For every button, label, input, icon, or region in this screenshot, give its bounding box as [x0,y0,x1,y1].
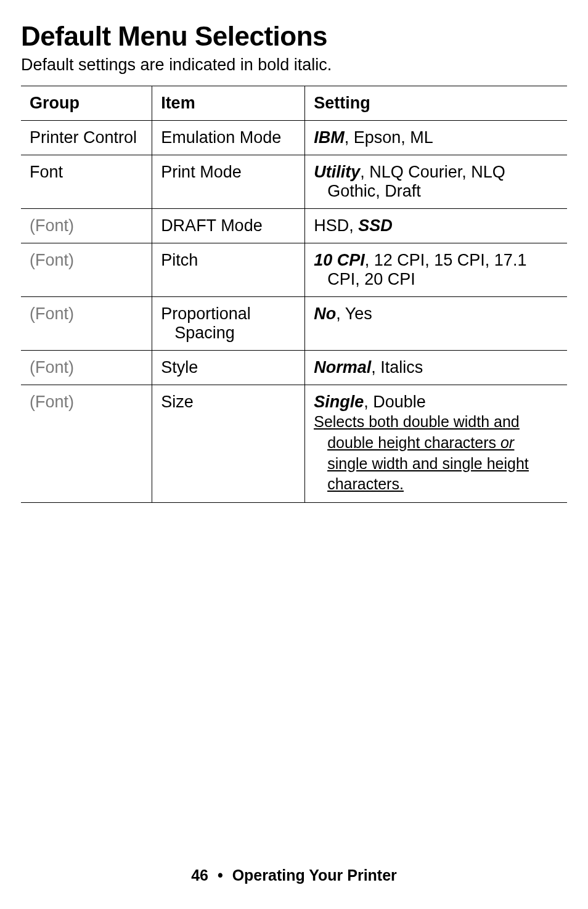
default-value: IBM [314,128,345,147]
cell-setting: Utility, NLQ Courier, NLQ Gothic, Draft [305,155,567,209]
cell-group: (Font) [21,297,152,351]
default-value: Normal [314,358,371,377]
note-line: double height characters or single width… [314,433,558,475]
note-line: characters. [314,474,558,495]
cell-item: DRAFT Mode [152,209,305,243]
table-row: (Font) Style Normal, Italics [21,351,567,385]
cell-setting: Normal, Italics [305,351,567,385]
table-row: Font Print Mode Utility, NLQ Courier, NL… [21,155,567,209]
cell-setting: 10 CPI, 12 CPI, 15 CPI, 17.1 CPI, 20 CPI [305,243,567,297]
table-row: (Font) Proportional Spacing No, Yes [21,297,567,351]
setting-rest: , NLQ Courier, NLQ [360,163,505,181]
setting-rest: , Italics [371,358,423,377]
col-header-group: Group [21,86,152,121]
note-or: or [500,434,514,451]
col-header-item: Item [152,86,305,121]
note-line: Selects both double width and [314,413,520,430]
item-line2: Spacing [161,324,296,343]
cell-group: (Font) [21,243,152,297]
page-number: 46 [191,866,208,884]
default-value: 10 CPI [314,251,365,269]
table-row: Printer Control Emulation Mode IBM, Epso… [21,121,567,155]
item-line1: Proportional [161,304,251,323]
cell-item: Proportional Spacing [152,297,305,351]
default-value: SSD [358,216,393,235]
cell-item: Pitch [152,243,305,297]
table-row: (Font) Size Single, Double Selects both … [21,385,567,503]
default-value: Single [314,393,364,411]
settings-table: Group Item Setting Printer Control Emula… [21,86,567,503]
cell-item: Size [152,385,305,503]
cell-setting: IBM, Epson, ML [305,121,567,155]
cell-setting: HSD, SSD [305,209,567,243]
cell-group: (Font) [21,385,152,503]
cell-group: Font [21,155,152,209]
setting-rest: , Double [364,393,426,411]
default-value: No [314,304,336,323]
cell-group: Printer Control [21,121,152,155]
setting-rest: , 12 CPI, 15 CPI, 17.1 [365,251,527,269]
page-subtitle: Default settings are indicated in bold i… [21,55,567,75]
setting-note: Selects both double width and double hei… [314,412,558,495]
col-header-setting: Setting [305,86,567,121]
setting-line2: CPI, 20 CPI [314,270,558,289]
cell-setting: No, Yes [305,297,567,351]
table-row: (Font) DRAFT Mode HSD, SSD [21,209,567,243]
cell-item: Style [152,351,305,385]
setting-rest: , Yes [336,304,372,323]
section-title: Operating Your Printer [232,866,397,884]
page-title: Default Menu Selections [21,21,567,52]
cell-setting: Single, Double Selects both double width… [305,385,567,503]
page-footer: 46 • Operating Your Printer [0,866,588,884]
cell-item: Emulation Mode [152,121,305,155]
default-value: Utility [314,163,360,181]
table-row: (Font) Pitch 10 CPI, 12 CPI, 15 CPI, 17.… [21,243,567,297]
footer-separator: • [213,866,228,884]
setting-line2: Gothic, Draft [314,182,558,201]
setting-prefix: HSD, [314,216,358,235]
cell-group: (Font) [21,351,152,385]
setting-rest: , Epson, ML [345,128,433,147]
table-header-row: Group Item Setting [21,86,567,121]
cell-group: (Font) [21,209,152,243]
cell-item: Print Mode [152,155,305,209]
